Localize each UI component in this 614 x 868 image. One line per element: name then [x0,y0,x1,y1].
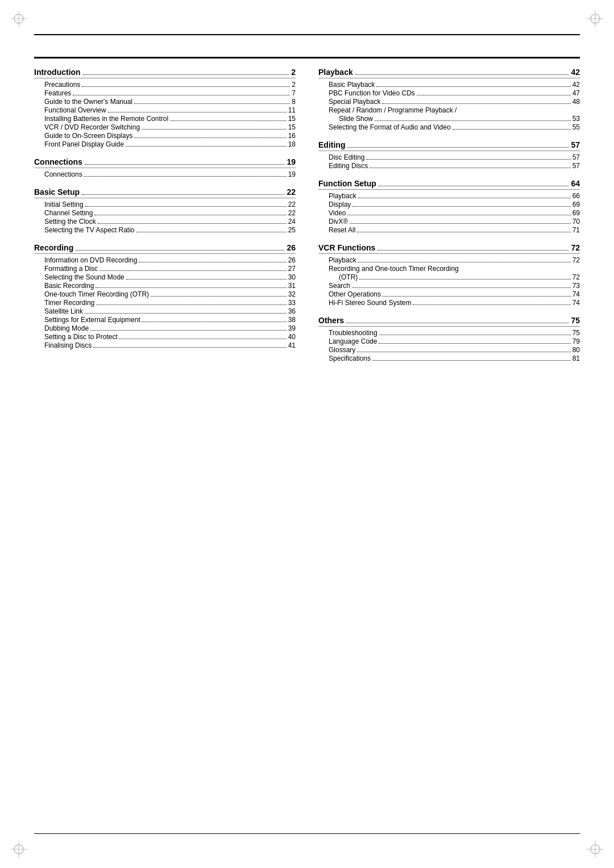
toc-item: Information on DVD Recording26 [34,256,296,264]
toc-item: Editing Discs57 [318,162,580,170]
toc-item: Front Panel Display Guide18 [34,140,296,148]
toc-dots [134,137,286,138]
toc-dots [142,129,287,130]
toc-section-dots [346,323,569,323]
toc-item-page: 70 [572,218,580,226]
toc-item-page: 75 [572,329,580,337]
toc-item-page: 80 [572,346,580,354]
toc-item: Slide Show53 [318,115,580,123]
toc-item-page: 36 [288,307,296,315]
toc-dots [73,95,290,95]
toc-item-page: 71 [572,226,580,234]
toc-dots [170,120,287,121]
toc-item-page: 79 [572,337,580,345]
toc-section: Function Setup64Playback66Display69Video… [318,179,580,234]
toc-item-page: 19 [288,170,296,178]
toc-section-header: Recording26 [34,243,296,254]
toc-item-label: Information on DVD Recording [34,256,137,264]
toc-item: Selecting the Format of Audio and Video5… [318,123,580,131]
toc-right-column: Playback42Basic Playback42PBC Function f… [318,68,580,372]
toc-item-page: 47 [572,89,580,97]
toc-item: Selecting the Sound Mode30 [34,273,296,281]
toc-section-dots [347,147,569,148]
toc-dots [383,296,571,297]
toc-item-page: 22 [288,209,296,217]
toc-item-page: 57 [572,153,580,161]
toc-item: Guide to On-Screen Displays16 [34,132,296,140]
toc-item-page: 30 [288,273,296,281]
toc-item: Finalising Discs41 [34,341,296,349]
toc-item-page: 15 [288,115,296,123]
toc-item-label: Channel Setting [34,209,93,217]
toc-item-page: 15 [288,123,296,131]
toc-section-page: 72 [571,243,580,252]
toc-dots [93,347,286,348]
toc-section-header: Connections19 [34,157,296,168]
toc-item: Guide to the Owner's Manual8 [34,98,296,106]
toc-section-dots [85,164,285,165]
toc-item-label: DivX® [318,218,348,226]
toc-dots [347,215,570,215]
corner-mark-br [587,841,604,858]
toc-item: Basic Playback42 [318,81,580,89]
toc-item-label: PBC Function for Video CDs [318,89,415,97]
toc-section-header: Basic Setup22 [34,187,296,198]
toc-section-header: Others75 [318,316,580,327]
toc-section: Introduction2Precautions2Features7Guide … [34,68,296,148]
toc-item-page: 31 [288,282,296,290]
toc-dots [379,343,570,344]
toc-item: Features7 [34,89,296,97]
toc-dots [85,313,287,314]
toc-item-label: Functional Overview [34,106,106,114]
toc-dots [99,270,287,271]
toc-item-page: 7 [292,89,296,97]
toc-item-page: 2 [292,81,296,89]
toc-item: One-touch Timer Recording (OTR)32 [34,290,296,298]
toc-dots [119,339,287,339]
corner-mark-tl [10,10,27,27]
toc-item-page: 69 [572,201,580,208]
toc-item-page: 8 [292,98,296,106]
toc-dots [376,86,570,87]
toc-dots [357,352,570,352]
toc-item-page: 24 [288,218,296,226]
toc-item-label: Hi-Fi Stereo Sound System [318,299,411,307]
toc-item: Recording and One-touch Timer Recording [318,265,580,273]
toc-item-page: 22 [288,201,296,208]
toc-item: Hi-Fi Stereo Sound System74 [318,299,580,307]
toc-dots [139,262,286,262]
toc-item-label: Formatting a Disc [34,265,98,273]
toc-section: Basic Setup22Initial Setting22Channel Se… [34,187,296,234]
toc-item-label: Selecting the TV Aspect Ratio [34,226,135,234]
toc-item: Search73 [318,282,580,290]
toc-item-page: 26 [288,256,296,264]
toc-dots [379,335,571,335]
toc-section-page: 2 [291,68,296,77]
toc-item-label: Slide Show [318,115,373,123]
toc-item-page: 16 [288,132,296,140]
toc-dots [85,206,287,207]
toc-item: Channel Setting22 [34,209,296,217]
toc-item-page: 42 [572,81,580,89]
toc-dots [370,168,570,168]
toc-item: Disc Editing57 [318,153,580,161]
toc-item: Other Operations74 [318,290,580,298]
toc-item-label: Reset All [318,226,355,234]
toc-item: Repeat / Random / Programme Playback / [318,106,580,114]
toc-dots [82,86,290,87]
toc-dots [108,112,287,112]
toc-item: Selecting the TV Aspect Ratio25 [34,226,296,234]
bottom-bar [34,833,580,834]
toc-item-label: Video [318,209,346,217]
toc-item: Display69 [318,201,580,208]
toc-dots [84,176,287,177]
toc-item-label: Guide to On-Screen Displays [34,132,132,140]
toc-item: Reset All71 [318,226,580,234]
toc-item-label: Satellite Link [34,307,83,315]
toc-item-label: Initial Setting [34,201,84,208]
toc-item-page: 81 [572,354,580,362]
toc-item: Connections19 [34,170,296,178]
toc-dots [142,322,287,322]
toc-item: Setting the Clock24 [34,218,296,226]
toc-item-label: Playback [318,192,356,200]
